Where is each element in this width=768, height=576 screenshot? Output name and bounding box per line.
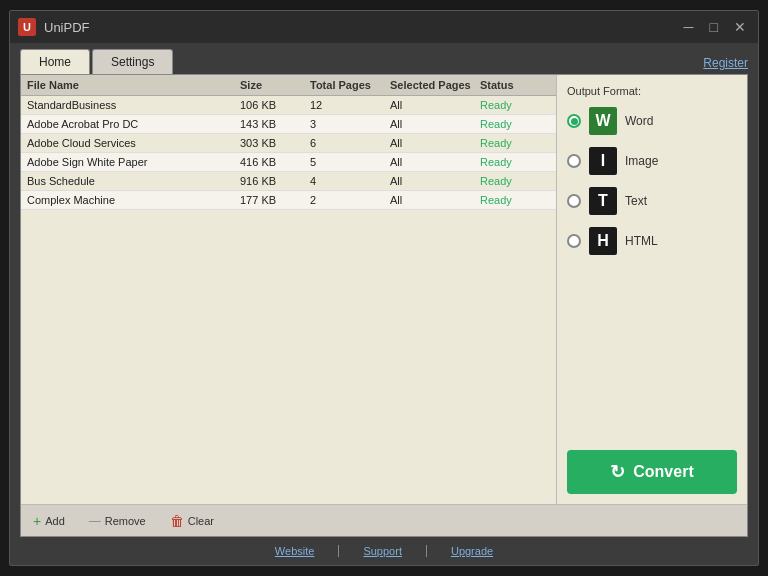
minimize-button[interactable]: ─ [680,20,698,34]
cell-size: 177 KB [240,194,310,206]
col-selectedpages: Selected Pages [390,79,480,91]
format-name-html: HTML [625,234,658,248]
upgrade-link[interactable]: Upgrade [451,545,493,557]
table-header: File Name Size Total Pages Selected Page… [21,75,556,96]
toolbar: + Add — Remove 🗑 Clear [21,504,747,536]
format-option-html[interactable]: H HTML [567,227,737,255]
col-filename: File Name [27,79,240,91]
maximize-button[interactable]: □ [706,20,722,34]
table-row[interactable]: Complex Machine 177 KB 2 All Ready [21,191,556,210]
format-radio-text [567,194,581,208]
main-window: U UniPDF ─ □ ✕ Home Settings Register Fi… [9,10,759,566]
remove-label: Remove [105,515,146,527]
col-status: Status [480,79,550,91]
format-radio-image [567,154,581,168]
main-panel: File Name Size Total Pages Selected Page… [21,75,747,504]
add-icon: + [33,513,41,529]
cell-status: Ready [480,194,550,206]
format-option-text[interactable]: T Text [567,187,737,215]
cell-status: Ready [480,156,550,168]
convert-button[interactable]: ↻ Convert [567,450,737,494]
cell-selectedpages: All [390,156,480,168]
cell-totalpages: 2 [310,194,390,206]
app-icon: U [18,18,36,36]
cell-status: Ready [480,137,550,149]
add-label: Add [45,515,65,527]
format-option-image[interactable]: I Image [567,147,737,175]
cell-filename: Adobe Sign White Paper [27,156,240,168]
cell-totalpages: 4 [310,175,390,187]
remove-button[interactable]: — Remove [85,512,150,530]
table-row[interactable]: Adobe Acrobat Pro DC 143 KB 3 All Ready [21,115,556,134]
clear-button[interactable]: 🗑 Clear [166,511,218,531]
cell-filename: Complex Machine [27,194,240,206]
cell-filename: Adobe Cloud Services [27,137,240,149]
footer-divider-1 [338,545,339,557]
convert-icon: ↻ [610,461,625,483]
cell-status: Ready [480,175,550,187]
right-panel: Output Format: W Word I Image T Text H H… [557,75,747,504]
cell-size: 143 KB [240,118,310,130]
website-link[interactable]: Website [275,545,315,557]
format-name-word: Word [625,114,653,128]
register-link[interactable]: Register [703,56,748,74]
cell-size: 303 KB [240,137,310,149]
add-button[interactable]: + Add [29,511,69,531]
cell-selectedpages: All [390,118,480,130]
cell-selectedpages: All [390,137,480,149]
format-icon-image: I [589,147,617,175]
cell-filename: StandardBusiness [27,99,240,111]
tab-settings[interactable]: Settings [92,49,173,74]
window-title: UniPDF [44,20,680,35]
format-options: W Word I Image T Text H HTML [567,107,737,267]
cell-totalpages: 12 [310,99,390,111]
cell-selectedpages: All [390,194,480,206]
table-row[interactable]: Adobe Sign White Paper 416 KB 5 All Read… [21,153,556,172]
format-name-text: Text [625,194,647,208]
col-size: Size [240,79,310,91]
cell-status: Ready [480,99,550,111]
cell-totalpages: 6 [310,137,390,149]
cell-size: 106 KB [240,99,310,111]
format-radio-html [567,234,581,248]
support-link[interactable]: Support [363,545,402,557]
footer: Website Support Upgrade [10,537,758,565]
tab-home[interactable]: Home [20,49,90,74]
clear-icon: 🗑 [170,513,184,529]
file-table-area: File Name Size Total Pages Selected Page… [21,75,557,504]
menu-bar: Home Settings Register [10,43,758,74]
format-icon-html: H [589,227,617,255]
table-body: StandardBusiness 106 KB 12 All Ready Ado… [21,96,556,504]
cell-size: 916 KB [240,175,310,187]
output-format-label: Output Format: [567,85,737,97]
cell-status: Ready [480,118,550,130]
format-icon-word: W [589,107,617,135]
cell-selectedpages: All [390,175,480,187]
remove-icon: — [89,514,101,528]
format-option-word[interactable]: W Word [567,107,737,135]
convert-label: Convert [633,463,693,481]
cell-totalpages: 3 [310,118,390,130]
col-totalpages: Total Pages [310,79,390,91]
cell-size: 416 KB [240,156,310,168]
cell-totalpages: 5 [310,156,390,168]
title-bar: U UniPDF ─ □ ✕ [10,11,758,43]
table-row[interactable]: Bus Schedule 916 KB 4 All Ready [21,172,556,191]
format-name-image: Image [625,154,658,168]
cell-filename: Adobe Acrobat Pro DC [27,118,240,130]
content-area: File Name Size Total Pages Selected Page… [20,74,748,537]
table-row[interactable]: StandardBusiness 106 KB 12 All Ready [21,96,556,115]
format-radio-word [567,114,581,128]
cell-filename: Bus Schedule [27,175,240,187]
table-row[interactable]: Adobe Cloud Services 303 KB 6 All Ready [21,134,556,153]
clear-label: Clear [188,515,214,527]
title-controls: ─ □ ✕ [680,20,750,34]
footer-divider-2 [426,545,427,557]
cell-selectedpages: All [390,99,480,111]
close-button[interactable]: ✕ [730,20,750,34]
format-icon-text: T [589,187,617,215]
